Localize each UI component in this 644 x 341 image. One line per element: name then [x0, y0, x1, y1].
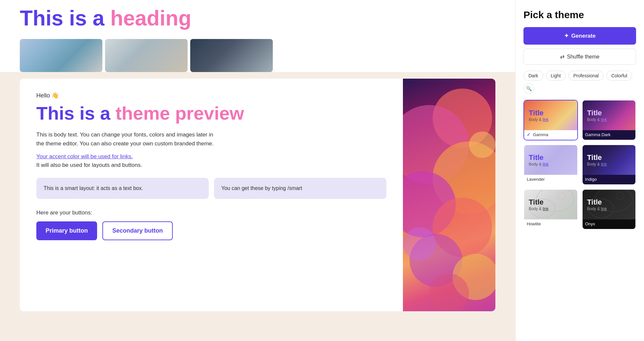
- theme-preview-heading: This is a theme preview: [36, 103, 386, 124]
- shuffle-label: Shuffle theme: [567, 54, 599, 60]
- lavender-link: link: [543, 162, 549, 167]
- preview-image-right: [403, 79, 495, 311]
- gamma-dark-content: Title Body & link: [583, 105, 636, 126]
- onyx-name: Onyx: [585, 221, 595, 226]
- lavender-body: Body & link: [529, 162, 549, 167]
- indigo-preview: Title Body & link: [583, 145, 636, 175]
- smart-layout-boxes: This is a smart layout: it acts as a tex…: [36, 178, 386, 199]
- theme-card-onyx[interactable]: Title Body & link Onyx: [582, 189, 636, 230]
- shuffle-icon: ⇄: [560, 54, 564, 60]
- main-content: This is a heading Hello 👋 This is a them…: [0, 0, 515, 341]
- onyx-preview: Title Body & link: [583, 190, 636, 219]
- filter-row: Dark Light Professional Colorful 🔍: [523, 71, 636, 94]
- howlite-name: Howlite: [527, 221, 541, 226]
- theme-card-gamma[interactable]: Title Body & link ✓ Gamma: [523, 100, 578, 140]
- gamma-dark-preview: Title Body & link: [583, 100, 636, 130]
- howlite-preview: Title Body & link: [524, 190, 577, 219]
- gamma-dark-info: Gamma Dark: [583, 130, 636, 140]
- gamma-preview: Title Body & link: [524, 100, 577, 130]
- theme-card-lavender[interactable]: Title Body & link Lavender: [523, 144, 578, 185]
- search-filter-icon[interactable]: 🔍: [523, 83, 534, 94]
- filter-professional[interactable]: Professional: [568, 71, 604, 81]
- lavender-preview: Title Body & link: [524, 145, 577, 175]
- gamma-link: link: [543, 117, 549, 122]
- preview-section: Hello 👋 This is a theme preview This is …: [20, 79, 495, 311]
- theme-card-howlite[interactable]: Title Body & link Howlite: [523, 189, 578, 230]
- heading-part1: This is a: [20, 6, 104, 30]
- indigo-link: link: [601, 162, 607, 167]
- image-space: [190, 39, 273, 72]
- filter-light[interactable]: Light: [546, 71, 566, 81]
- howlite-decoration: [524, 190, 577, 218]
- sparkle-icon: ✦: [564, 32, 569, 39]
- howlite-info: Howlite: [524, 219, 577, 229]
- image-person: [105, 39, 188, 72]
- gamma-dark-link: link: [601, 117, 607, 122]
- indigo-name: Indigo: [585, 177, 597, 182]
- gamma-check: ✓: [527, 132, 530, 137]
- filter-dark[interactable]: Dark: [523, 71, 543, 81]
- panel-title: Pick a theme: [523, 9, 636, 20]
- button-row: Primary button Secondary button: [36, 221, 386, 240]
- indigo-body: Body & link: [587, 162, 607, 167]
- theme-card-indigo[interactable]: Title Body & link Indigo: [582, 144, 636, 185]
- accent-subtext: It will also be used for layouts and but…: [36, 162, 386, 169]
- secondary-button[interactable]: Secondary button: [102, 221, 173, 240]
- lavender-name: Lavender: [527, 177, 545, 182]
- gamma-info: ✓ Gamma: [524, 130, 577, 140]
- svg-point-12: [558, 192, 565, 200]
- gamma-title: Title: [529, 109, 544, 117]
- preview-heading-part2: theme preview: [116, 103, 244, 124]
- smart-box-1: This is a smart layout: it acts as a tex…: [36, 178, 209, 199]
- generate-button[interactable]: ✦ Generate: [523, 27, 636, 45]
- preview-text-area: Hello 👋 This is a theme preview This is …: [20, 79, 403, 311]
- lavender-card-content: Title Body & link: [524, 149, 577, 170]
- gamma-dark-name: Gamma Dark: [585, 132, 611, 137]
- theme-card-gamma-dark[interactable]: Title Body & link Gamma Dark: [582, 100, 636, 140]
- primary-button[interactable]: Primary button: [36, 221, 97, 240]
- svg-point-15: [616, 192, 624, 200]
- indigo-title: Title: [587, 153, 602, 162]
- image-row: [0, 36, 515, 72]
- lavender-info: Lavender: [524, 175, 577, 184]
- top-heading-area: This is a heading: [0, 0, 515, 36]
- theme-grid: Title Body & link ✓ Gamma Title Body & l…: [523, 100, 636, 230]
- svg-point-8: [403, 227, 436, 260]
- svg-point-9: [469, 132, 495, 158]
- top-heading: This is a heading: [20, 7, 495, 30]
- onyx-decoration: [583, 190, 636, 218]
- hello-line: Hello 👋: [36, 92, 386, 99]
- heading-part2: heading: [110, 6, 191, 30]
- image-mountain: [20, 39, 102, 72]
- indigo-card-content: Title Body & link: [583, 149, 636, 170]
- lavender-title: Title: [529, 153, 544, 162]
- shuffle-button[interactable]: ⇄ Shuffle theme: [523, 49, 636, 65]
- bubble-art: [403, 79, 495, 310]
- filter-colorful[interactable]: Colorful: [606, 71, 632, 81]
- onyx-info: Onyx: [583, 219, 636, 229]
- gamma-card-content: Title Body & link: [524, 105, 577, 126]
- buttons-label: Here are your buttons:: [36, 209, 386, 216]
- indigo-info: Indigo: [583, 175, 636, 184]
- body-text: This is body text. You can change your f…: [36, 130, 221, 148]
- gamma-body: Body & link: [529, 117, 549, 122]
- gamma-dark-title: Title: [587, 109, 602, 117]
- smart-box-2: You can get these by typing /smart: [214, 178, 386, 199]
- generate-label: Generate: [571, 33, 596, 39]
- gamma-dark-body: Body & link: [587, 117, 607, 122]
- gamma-name: Gamma: [533, 132, 548, 137]
- preview-heading-part1: This is a: [36, 103, 110, 124]
- accent-link[interactable]: Your accent color will be used for links…: [36, 153, 386, 160]
- right-panel: Pick a theme ✦ Generate ⇄ Shuffle theme …: [515, 0, 644, 341]
